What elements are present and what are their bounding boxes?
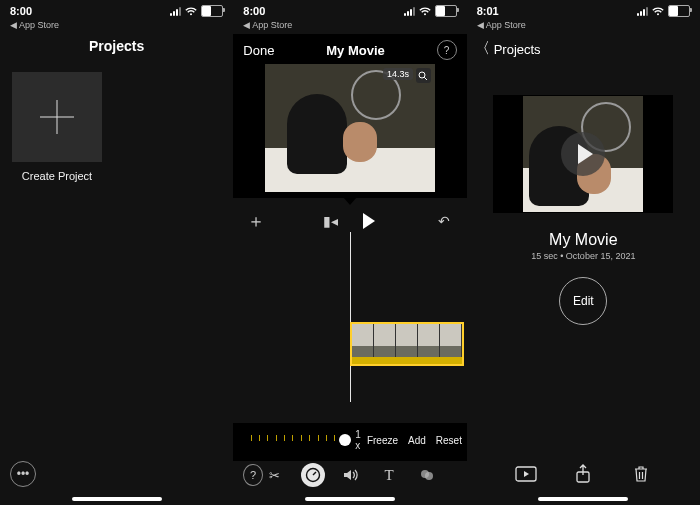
delete-button[interactable] <box>629 465 653 483</box>
playhead[interactable] <box>350 232 351 402</box>
scissors-icon: ✂ <box>269 468 280 483</box>
save-video-button[interactable] <box>514 465 538 483</box>
question-icon: ? <box>250 469 256 481</box>
status-icons <box>404 5 457 17</box>
status-time: 8:01 <box>477 5 499 17</box>
audio-waveform <box>352 357 462 364</box>
plus-icon: ＋ <box>247 209 265 233</box>
status-time: 8:00 <box>243 5 265 17</box>
preview-area: Done My Movie ? 14.3s <box>233 34 466 198</box>
back-button[interactable]: 〈 Projects <box>467 34 700 65</box>
speed-label: 1 x <box>355 429 361 451</box>
zoom-button[interactable] <box>416 68 431 83</box>
battery-icon <box>668 5 690 17</box>
status-time: 8:00 <box>10 5 32 17</box>
svg-line-1 <box>425 77 428 80</box>
back-to-app[interactable]: ◀ App Store <box>467 20 700 34</box>
status-bar: 8:01 <box>467 0 700 20</box>
cellular-icon <box>637 7 648 16</box>
question-icon: ? <box>444 45 450 56</box>
more-button[interactable]: ••• <box>10 461 36 487</box>
wifi-icon <box>652 7 664 16</box>
battery-icon <box>201 5 223 17</box>
svg-point-0 <box>419 72 425 78</box>
tool-cut[interactable]: ✂ <box>263 463 287 487</box>
cellular-icon <box>170 7 181 16</box>
screen-projects: 8:00 ◀ App Store Projects Create Project… <box>0 0 233 505</box>
chevron-left-icon: 〈 <box>475 39 490 58</box>
filters-icon <box>419 467 435 483</box>
play-button[interactable] <box>360 212 378 230</box>
skip-start-button[interactable]: ▮◂ <box>322 212 340 230</box>
movie-meta: 15 sec • October 15, 2021 <box>467 251 700 261</box>
ellipsis-icon: ••• <box>17 467 30 481</box>
slider-knob[interactable] <box>339 434 351 446</box>
plus-icon <box>40 100 74 134</box>
create-project-button[interactable] <box>12 72 102 162</box>
page-title: Projects <box>0 38 233 54</box>
home-indicator[interactable] <box>72 497 162 501</box>
home-indicator[interactable] <box>538 497 628 501</box>
speedometer-icon <box>305 467 321 483</box>
time-badge: 14.3s <box>383 68 413 80</box>
share-icon <box>575 464 591 484</box>
svg-point-5 <box>425 472 433 480</box>
text-icon: T <box>384 467 393 484</box>
speed-ruler <box>243 435 335 445</box>
status-icons <box>170 5 223 17</box>
add-button[interactable]: Add <box>408 435 426 446</box>
playhead-marker-icon <box>343 197 357 205</box>
magnifier-icon <box>418 71 428 81</box>
play-overlay[interactable] <box>561 132 605 176</box>
done-button[interactable]: Done <box>243 43 274 58</box>
edit-button[interactable]: Edit <box>559 277 607 325</box>
status-bar: 8:00 <box>0 0 233 20</box>
reset-button[interactable]: Reset <box>436 435 462 446</box>
back-label: Projects <box>494 42 541 57</box>
freeze-button[interactable]: Freeze <box>367 435 398 446</box>
tool-speed[interactable] <box>301 463 325 487</box>
skip-start-icon: ▮◂ <box>323 213 338 229</box>
tool-filters[interactable] <box>415 463 439 487</box>
timeline[interactable] <box>233 232 466 402</box>
cellular-icon <box>404 7 415 16</box>
wifi-icon <box>185 7 197 16</box>
movie-title: My Movie <box>467 231 700 249</box>
screen-project-detail: 8:01 ◀ App Store 〈 Projects My Movie 15 … <box>467 0 700 505</box>
play-icon <box>578 144 593 164</box>
speaker-icon <box>343 468 359 482</box>
speed-panel: 1 x Freeze Add Reset <box>233 423 466 461</box>
edit-label: Edit <box>573 294 594 308</box>
project-title: My Movie <box>326 43 385 58</box>
trash-icon <box>633 465 649 483</box>
add-media-button[interactable]: ＋ <box>247 212 265 230</box>
back-to-app[interactable]: ◀ App Store <box>233 20 466 34</box>
project-thumbnail[interactable] <box>493 95 673 213</box>
share-button[interactable] <box>571 465 595 483</box>
tool-titles[interactable]: T <box>377 463 401 487</box>
video-preview[interactable]: 14.3s <box>265 64 435 192</box>
status-icons <box>637 5 690 17</box>
home-indicator[interactable] <box>305 497 395 501</box>
svg-line-3 <box>313 472 316 475</box>
tool-volume[interactable] <box>339 463 363 487</box>
status-bar: 8:00 <box>233 0 466 20</box>
undo-icon: ↶ <box>438 213 450 229</box>
help-button[interactable]: ? <box>243 464 263 486</box>
wifi-icon <box>419 7 431 16</box>
screen-editor: 8:00 ◀ App Store Done My Movie ? 14.3s <box>233 0 466 505</box>
undo-button[interactable]: ↶ <box>435 212 453 230</box>
video-clip[interactable] <box>350 322 464 366</box>
back-to-app[interactable]: ◀ App Store <box>0 20 233 34</box>
battery-icon <box>435 5 457 17</box>
play-icon <box>363 213 375 229</box>
create-project-label: Create Project <box>12 170 102 182</box>
play-rect-icon <box>515 466 537 482</box>
help-button[interactable]: ? <box>437 40 457 60</box>
